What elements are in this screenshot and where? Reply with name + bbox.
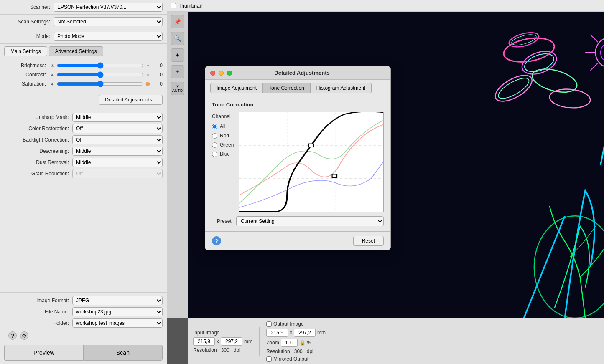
input-resolution-label: Resolution bbox=[193, 347, 217, 353]
scan-button[interactable]: Scan bbox=[83, 345, 163, 361]
file-name-row: File Name: workshop23.jpg bbox=[4, 307, 163, 316]
descreening-select[interactable]: Middle bbox=[72, 147, 163, 156]
brightness-value: 0 bbox=[151, 63, 163, 68]
saturation-high-icon: 🎨 bbox=[145, 82, 151, 86]
color-restoration-select[interactable]: Off bbox=[72, 124, 163, 133]
mirrored-label: Mirrored Output bbox=[273, 356, 308, 362]
auto-sun-icon: ☀ bbox=[176, 84, 179, 88]
scanner-row: Scanner: EPSON Perfection V37/V370... bbox=[0, 0, 167, 15]
tab-advanced-settings[interactable]: Advanced Settings bbox=[49, 46, 103, 56]
output-image-text: Output Image bbox=[273, 321, 304, 327]
grain-reduction-row: Grain Reduction: Off bbox=[0, 169, 167, 178]
mirrored-row: Mirrored Output bbox=[266, 356, 326, 362]
left-panel: Scanner: EPSON Perfection V37/V370... Sc… bbox=[0, 0, 167, 364]
input-x-separator: x bbox=[217, 339, 219, 344]
grain-reduction-select[interactable]: Off bbox=[72, 169, 163, 178]
preset-row: Preset: Current Setting bbox=[212, 216, 384, 226]
tab-histogram-adjustment[interactable]: Histogram Adjustment bbox=[311, 83, 372, 93]
input-dim-row: 215,9 x 297,2 mm bbox=[193, 337, 252, 346]
search-icon[interactable]: 🔍 bbox=[171, 32, 184, 45]
mode-select[interactable]: Photo Mode bbox=[54, 32, 163, 41]
input-width-field[interactable]: 215,9 bbox=[193, 337, 215, 346]
icon-sidebar: 📌 🔍 ✦ ＋ ☀ AUTO bbox=[167, 12, 188, 318]
saturation-slider[interactable] bbox=[57, 81, 143, 87]
brightness-label: Brightness: bbox=[4, 63, 46, 68]
output-image-label: Output Image bbox=[266, 321, 326, 327]
folder-row: Folder: workshop test images bbox=[4, 318, 163, 328]
wand-icon[interactable]: ✦ bbox=[171, 48, 184, 62]
channel-label: Channel bbox=[212, 114, 234, 119]
output-resolution-unit: dpi bbox=[307, 349, 313, 354]
detail-btn-row: Detailed Adjustments... bbox=[0, 93, 167, 108]
modal-help-icon[interactable]: ? bbox=[212, 236, 221, 245]
mode-row: Mode: Photo Mode bbox=[0, 29, 167, 44]
dust-removal-label: Dust Removal: bbox=[4, 159, 69, 165]
output-width-field[interactable]: 215,9 bbox=[266, 329, 288, 337]
zoom-value-field[interactable]: 100 bbox=[281, 339, 298, 347]
input-height-field[interactable]: 297,2 bbox=[221, 337, 242, 346]
input-image-text: Input Image bbox=[193, 330, 219, 336]
folder-select[interactable]: workshop test images bbox=[72, 318, 163, 328]
grain-reduction-label: Grain Reduction: bbox=[4, 171, 69, 177]
modal-tabs: Image Adjustment Tone Correction Histogr… bbox=[205, 80, 390, 96]
detailed-adjustments-button[interactable]: Detailed Adjustments... bbox=[99, 95, 163, 105]
color-restoration-row: Color Restoration: Off bbox=[0, 124, 167, 133]
image-format-select[interactable]: JPEG bbox=[72, 296, 163, 305]
brightness-low-icon: ☀ bbox=[49, 63, 55, 68]
modal-titlebar: Detailed Adjustments bbox=[205, 66, 390, 80]
radio-all[interactable] bbox=[212, 124, 217, 129]
contrast-slider[interactable] bbox=[57, 71, 143, 78]
radio-green-row: Green bbox=[212, 142, 234, 148]
scan-settings-row: Scan Settings: Not Selected bbox=[0, 15, 167, 29]
output-image-checkbox[interactable] bbox=[266, 321, 272, 327]
thumbnail-label: Thumbnail bbox=[178, 3, 202, 9]
help-icon[interactable]: ? bbox=[8, 331, 17, 340]
radio-green[interactable] bbox=[212, 142, 217, 148]
input-unit: mm bbox=[244, 339, 252, 344]
image-format-row: Image Format: JPEG bbox=[4, 296, 163, 305]
modal-overlay: Detailed Adjustments Image Adjustment To… bbox=[188, 12, 604, 318]
preview-button[interactable]: Preview bbox=[4, 345, 83, 361]
backlight-row: Backlight Correction: Off bbox=[0, 135, 167, 144]
tab-tone-correction[interactable]: Tone Correction bbox=[263, 83, 311, 93]
right-area: Thumbnail 📌 🔍 ✦ ＋ ☀ AUTO bbox=[167, 0, 604, 364]
saturation-row: Saturation: ● 🎨 0 bbox=[4, 81, 163, 87]
detailed-adjustments-modal: Detailed Adjustments Image Adjustment To… bbox=[205, 66, 391, 250]
preset-select[interactable]: Current Setting bbox=[236, 216, 384, 226]
unsharp-label: Unsharp Mask: bbox=[4, 114, 69, 120]
radio-blue[interactable] bbox=[212, 152, 217, 157]
output-resolution-value: 300 bbox=[294, 349, 303, 354]
unsharp-row: Unsharp Mask: Middle bbox=[0, 113, 167, 122]
backlight-label: Backlight Correction: bbox=[4, 137, 69, 143]
backlight-select[interactable]: Off bbox=[72, 135, 163, 144]
svg-rect-25 bbox=[309, 144, 313, 147]
scanner-label: Scanner: bbox=[4, 4, 50, 10]
thumbnail-checkbox[interactable] bbox=[171, 3, 176, 8]
settings-tab-row: Main Settings Advanced Settings bbox=[0, 44, 167, 59]
gear-icon[interactable]: ⚙ bbox=[20, 331, 28, 340]
unsharp-select[interactable]: Middle bbox=[72, 113, 163, 122]
tone-curve-canvas[interactable] bbox=[239, 112, 384, 212]
channel-curve-row: Channel All Red Green bbox=[212, 112, 384, 212]
scanner-select[interactable]: EPSON Perfection V37/V370... bbox=[54, 3, 163, 12]
brightness-slider[interactable] bbox=[57, 62, 143, 69]
auto-icon[interactable]: ☀ AUTO bbox=[171, 82, 184, 95]
file-name-select[interactable]: workshop23.jpg bbox=[72, 307, 163, 316]
reset-button[interactable]: Reset bbox=[353, 236, 384, 246]
vertical-divider bbox=[259, 327, 260, 356]
tab-image-adjustment[interactable]: Image Adjustment bbox=[210, 83, 263, 93]
tab-main-settings[interactable]: Main Settings bbox=[4, 46, 47, 56]
help-row: ? ⚙ bbox=[4, 330, 163, 341]
output-height-field[interactable]: 297,2 bbox=[294, 329, 316, 337]
mirrored-output-checkbox[interactable] bbox=[266, 356, 272, 362]
bottom-bar-main-row: Input Image 215,9 x 297,2 mm Resolution … bbox=[193, 321, 599, 362]
close-button[interactable] bbox=[210, 71, 215, 76]
plus-icon[interactable]: ＋ bbox=[171, 65, 184, 78]
radio-blue-row: Blue bbox=[212, 151, 234, 157]
radio-red[interactable] bbox=[212, 133, 217, 139]
pin-icon[interactable]: 📌 bbox=[171, 15, 184, 28]
saturation-value: 0 bbox=[151, 81, 163, 87]
dust-removal-select[interactable]: Middle bbox=[72, 158, 163, 167]
scan-settings-select[interactable]: Not Selected bbox=[54, 17, 163, 26]
tone-correction-title: Tone Correction bbox=[212, 101, 384, 108]
